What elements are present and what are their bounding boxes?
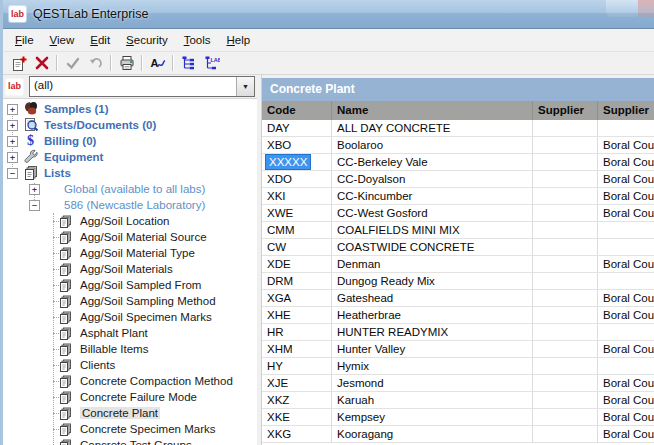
- cell-supplier-2: Boral Coun: [598, 426, 654, 443]
- table-row[interactable]: XHM Hunter Valley Boral Coun: [262, 341, 654, 358]
- table-row[interactable]: XDE Denman Boral Coun: [262, 256, 654, 273]
- tree-expander-icon[interactable]: +: [7, 120, 18, 131]
- list-icon: [59, 375, 74, 388]
- cell-code: DAY: [262, 120, 332, 137]
- table-row[interactable]: XKI CC-Kincumber Boral Coun: [262, 188, 654, 205]
- table-row[interactable]: DAY ALL DAY CONCRETE: [262, 120, 654, 137]
- tree-expander-icon[interactable]: −: [29, 200, 40, 211]
- chevron-down-icon[interactable]: ▼: [236, 77, 254, 96]
- table-row[interactable]: XJE Jesmond Boral Coun: [262, 375, 654, 392]
- cell-code: XDE: [262, 256, 332, 273]
- tests-icon: [22, 117, 39, 133]
- tree-item-label: Agg/Soil Sampled From: [80, 279, 201, 291]
- tree-item[interactable]: Concrete Plant: [3, 405, 257, 421]
- table-row[interactable]: XKE Kempsey Boral Coun: [262, 409, 654, 426]
- delete-button[interactable]: [30, 53, 53, 73]
- menu-tools[interactable]: Tools: [176, 31, 219, 49]
- tree-item[interactable]: Agg/Soil Materials: [3, 261, 257, 277]
- menu-view[interactable]: View: [42, 31, 83, 49]
- tree-item[interactable]: Clients: [3, 357, 257, 373]
- table-row[interactable]: HR HUNTER READYMIX: [262, 324, 654, 341]
- column-header-supplier-2[interactable]: Supplier: [598, 101, 654, 120]
- table-row[interactable]: XGA Gateshead Boral Coun: [262, 290, 654, 307]
- list-icon: [59, 279, 74, 292]
- commit-button[interactable]: [61, 53, 84, 73]
- menu-help[interactable]: Help: [219, 31, 259, 49]
- tree-item[interactable]: − 586 (Newcastle Laboratory): [3, 197, 257, 213]
- cell-supplier-2: [598, 324, 654, 341]
- cell-supplier-2: Boral Coun: [598, 341, 654, 358]
- tree-expander-icon[interactable]: −: [7, 168, 18, 179]
- app-logo-icon: lab: [9, 6, 26, 22]
- tree-item[interactable]: Concrete Test Groups: [3, 437, 257, 445]
- window-controls[interactable]: [606, 0, 654, 17]
- tree-item[interactable]: Asphalt Plant: [3, 325, 257, 341]
- column-header-supplier[interactable]: Supplier: [533, 101, 598, 120]
- tree-item[interactable]: + Global (available to all labs): [3, 181, 257, 197]
- spelling-button[interactable]: A: [146, 53, 169, 73]
- column-header-name[interactable]: Name: [332, 101, 533, 120]
- tree-item[interactable]: Concrete Compaction Method: [3, 373, 257, 389]
- tree-expander-icon[interactable]: +: [7, 152, 18, 163]
- table-row[interactable]: XKG Kooragang Boral Coun: [262, 426, 654, 443]
- cell-supplier: [533, 290, 598, 307]
- menu-edit[interactable]: Edit: [82, 31, 118, 49]
- tree-view-icon: [181, 55, 197, 71]
- tree-item[interactable]: + Equipment: [3, 149, 257, 165]
- table-row[interactable]: XDO CC-Doyalson Boral Coun: [262, 171, 654, 188]
- lab-filter-combobox[interactable]: (all) ▼: [29, 76, 255, 97]
- column-header-code[interactable]: Code: [262, 101, 332, 120]
- cell-name: Kooragang: [332, 426, 533, 443]
- cell-code: XDO: [262, 171, 332, 188]
- tree-item-label: Equipment: [44, 151, 103, 163]
- tree-item[interactable]: Agg/Soil Sampling Method: [3, 293, 257, 309]
- undo-button[interactable]: [84, 53, 107, 73]
- table-row[interactable]: XBO Boolaroo Boral Coun: [262, 137, 654, 154]
- close-icon[interactable]: [638, 0, 654, 17]
- tree-item[interactable]: Agg/Soil Material Source: [3, 229, 257, 245]
- table-row[interactable]: XHE Heatherbrae Boral Coun: [262, 307, 654, 324]
- tree-item[interactable]: Billable Items: [3, 341, 257, 357]
- cell-supplier-2: [598, 358, 654, 375]
- cell-name: Denman: [332, 256, 533, 273]
- cell-code: XHE: [262, 307, 332, 324]
- tree-item[interactable]: Concrete Failure Mode: [3, 389, 257, 405]
- tree-item[interactable]: Agg/Soil Specimen Marks: [3, 309, 257, 325]
- table-row[interactable]: DRM Dungog Ready Mix: [262, 273, 654, 290]
- list-icon: [59, 407, 74, 420]
- table-row[interactable]: CW COASTWIDE CONCRETE: [262, 239, 654, 256]
- table-row[interactable]: HY Hymix: [262, 358, 654, 375]
- list-icon: [59, 423, 74, 436]
- tree-item[interactable]: + Samples (1): [3, 101, 257, 117]
- table-row[interactable]: XXXXX CC-Berkeley Vale Boral Coun: [262, 154, 654, 171]
- cell-supplier-2: [598, 120, 654, 137]
- cell-name: CC-Doyalson: [332, 171, 533, 188]
- cell-code: XBO: [262, 137, 332, 154]
- menu-security[interactable]: Security: [118, 31, 176, 49]
- tree-item[interactable]: Agg/Soil Material Type: [3, 245, 257, 261]
- tree-item[interactable]: + Tests/Documents (0): [3, 117, 257, 133]
- menu-file[interactable]: File: [7, 31, 42, 49]
- tree-item[interactable]: Agg/Soil Sampled From: [3, 277, 257, 293]
- tree-item[interactable]: Concrete Specimen Marks: [3, 421, 257, 437]
- lab-tree-view-button[interactable]: LAB: [200, 53, 223, 73]
- panel-title: Concrete Plant: [262, 78, 654, 101]
- tree-item[interactable]: − Lists: [3, 165, 257, 181]
- table-row[interactable]: XKZ Karuah Boral Coun: [262, 392, 654, 409]
- print-button[interactable]: [115, 53, 138, 73]
- tree-view-button[interactable]: [177, 53, 200, 73]
- tree-item[interactable]: + $ Billing (0): [3, 133, 257, 149]
- tree-expander-icon[interactable]: +: [7, 104, 18, 115]
- tree-expander-icon[interactable]: +: [29, 184, 40, 195]
- tree-expander-icon[interactable]: +: [7, 136, 18, 147]
- selected-cell[interactable]: XXXXX: [265, 154, 311, 170]
- tree-item[interactable]: Agg/Soil Location: [3, 213, 257, 229]
- toolbar-separator: [56, 55, 58, 71]
- new-record-button[interactable]: [7, 53, 30, 73]
- cell-supplier: [533, 409, 598, 426]
- cell-supplier-2: Boral Coun: [598, 392, 654, 409]
- table-row[interactable]: XWE CC-West Gosford Boral Coun: [262, 205, 654, 222]
- table-row[interactable]: CMM COALFIELDS MINI MIX: [262, 222, 654, 239]
- cell-name: Jesmond: [332, 375, 533, 392]
- cell-code: HY: [262, 358, 332, 375]
